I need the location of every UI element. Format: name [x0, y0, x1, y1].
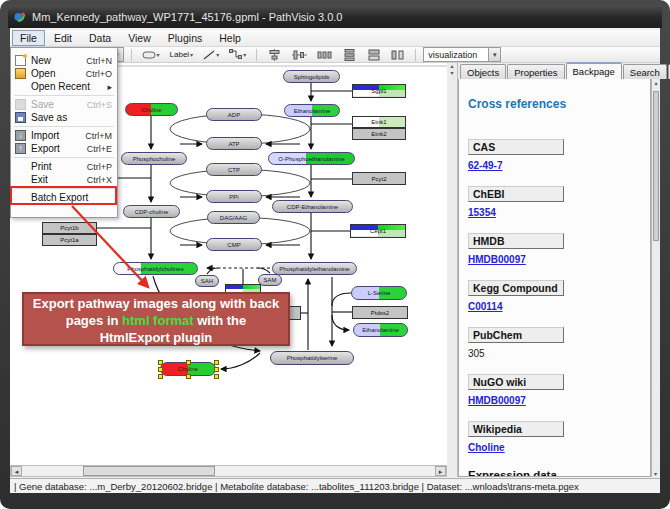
tab-backpage[interactable]: Backpage [566, 62, 622, 79]
pathway-node-pcyt2[interactable]: Pcyt2 [352, 172, 406, 185]
pathway-node-choline[interactable]: Choline [125, 103, 178, 116]
pathway-node-cdp-ethanolamine[interactable]: CDP-Ethanolamine [272, 200, 353, 213]
menu-shortcut: Ctrl+S [81, 100, 112, 110]
canvas-horizontal-scrollbar[interactable]: ◂ ▸ [10, 465, 447, 477]
line-icon [203, 50, 215, 60]
selection-handle[interactable] [214, 360, 219, 365]
canvas-panel-splitter[interactable]: ▴▾ [447, 63, 458, 477]
tab-search[interactable]: Search [623, 64, 667, 79]
pathway-node-etnk1[interactable]: Etnk1 [352, 116, 406, 128]
xref-link[interactable]: HMDB00097 [468, 254, 526, 265]
pathway-node-l-serine[interactable]: L-Serine [351, 286, 407, 300]
distribute-horizontal-button[interactable] [314, 47, 335, 63]
pathway-node-pcyt1b[interactable]: Pcyt1b [42, 222, 97, 234]
scroll-left-arrow[interactable]: ◂ [11, 466, 22, 476]
xref-link[interactable]: C00114 [468, 301, 502, 312]
pathway-node-adp[interactable]: ADP [206, 108, 262, 121]
node-label: Etnk1 [371, 119, 386, 125]
selection-handle[interactable] [158, 360, 163, 365]
menu-data[interactable]: Data [81, 30, 119, 46]
visualization-dropdown-arrow[interactable]: ▾ [488, 48, 500, 61]
pathway-node-phosphatidylethanolamine[interactable]: Phosphatidylethanolamine [272, 262, 357, 275]
menu-file[interactable]: File [12, 30, 45, 46]
new-document-icon [15, 55, 26, 66]
label-tool-button[interactable]: Label ▾ [167, 48, 197, 61]
node-label: Phosphatidylethanolamine [279, 266, 349, 272]
menu-bar: FileEditDataViewPluginsHelp [10, 30, 660, 47]
node-label: Cept1 [370, 228, 386, 234]
xref-title: Wikipedia [468, 421, 564, 437]
file-menu-item-import[interactable]: ImportCtrl+M [11, 129, 117, 142]
connector-tool-button[interactable]: ▾ [226, 47, 249, 62]
status-bar: | Gene database: ...m_Derby_20120602.bri… [10, 478, 660, 493]
align-center-horizontal-icon [292, 49, 307, 61]
pathway-node-sam[interactable]: SAM [258, 274, 282, 286]
line-tool-button[interactable]: ▾ [200, 48, 222, 62]
pathway-node-ptdss2[interactable]: Ptdss2 [352, 306, 408, 319]
pathway-node-ctp[interactable]: CTP [206, 163, 262, 176]
menu-edit[interactable]: Edit [46, 30, 80, 46]
xref-value: 305 [468, 348, 485, 359]
pathway-node-ethanolamine[interactable]: Ethanolamine [284, 104, 340, 117]
xref-link[interactable]: HMDB00097 [468, 395, 526, 406]
pathway-node-ppi[interactable]: PPi [206, 190, 262, 203]
pathway-node-phosphatidylcholines[interactable]: Phosphatidylcholines [113, 262, 198, 275]
file-menu-item-exit[interactable]: ExitCtrl+X [11, 173, 117, 186]
menu-item-label: New [31, 55, 51, 66]
pathway-node-cept1[interactable]: Cept1 [350, 224, 406, 238]
menu-item-label: Open [31, 68, 55, 79]
xref-link[interactable]: 62-49-7 [468, 160, 502, 171]
pathway-node-etnk2[interactable]: Etnk2 [352, 128, 406, 140]
selection-handle[interactable] [214, 367, 219, 372]
dropdown-arrow-icon: ▾ [190, 51, 193, 58]
pathway-node-dag-aag[interactable]: DAG/AAG [207, 211, 260, 224]
common-width-button[interactable] [364, 47, 384, 63]
distribute-vertical-button[interactable] [339, 47, 360, 63]
menu-help[interactable]: Help [211, 30, 249, 46]
menu-plugins[interactable]: Plugins [160, 30, 210, 46]
pathway-node-phosphatidylserine[interactable]: Phosphatidylserine [270, 351, 354, 365]
pathway-node-choline[interactable]: Choline [160, 362, 216, 376]
pathway-node-sphingolipids[interactable]: Sphingolipids [283, 70, 340, 83]
common-height-button[interactable] [388, 47, 408, 63]
file-menu-item-open-recent[interactable]: Open Recent▸ [11, 80, 117, 93]
datanode-tool-button[interactable]: ▾ [139, 48, 163, 62]
pathway-node-atp[interactable]: ATP [206, 137, 262, 150]
xref-title: ChEBI [468, 186, 564, 202]
file-menu-item-new[interactable]: NewCtrl+N [11, 54, 117, 67]
pathway-node-cdp-choline[interactable]: CDP-choline [123, 205, 180, 218]
scroll-right-arrow[interactable]: ▸ [435, 466, 446, 476]
selection-handle[interactable] [158, 367, 163, 372]
pathway-node-o-phosphoethanolamine[interactable]: O-Phosphoethanolamine [268, 152, 355, 165]
file-menu-item-print[interactable]: PrintCtrl+P [11, 160, 117, 173]
visualization-combobox[interactable]: visualization ▾ [423, 47, 501, 62]
pathway-node-pcyt1a[interactable]: Pcyt1a [42, 234, 97, 246]
selection-handle[interactable] [158, 374, 163, 379]
pathway-node-sgpl1[interactable]: Sgpl1 [352, 84, 406, 98]
xref-link[interactable]: 15354 [468, 207, 496, 218]
tab-properties[interactable]: Properties [507, 64, 564, 79]
file-menu-item-export[interactable]: ExportCtrl+E [11, 142, 117, 155]
pathway-node-cmp[interactable]: CMP [206, 238, 262, 251]
align-center-horizontal-button[interactable] [289, 47, 310, 63]
panel-vertical-scrollbar[interactable]: ▴▾ [651, 79, 660, 477]
pathway-node-phosphocholine[interactable]: Phosphocholine [121, 152, 187, 165]
menu-view[interactable]: View [120, 30, 159, 46]
horizontal-scroll-thumb[interactable] [83, 466, 215, 476]
selection-handle[interactable] [186, 374, 191, 379]
node-label: Pcyt2 [371, 176, 386, 182]
tab-objects[interactable]: Objects [460, 64, 506, 79]
menu-separator [14, 126, 114, 127]
file-menu-item-open[interactable]: OpenCtrl+O [11, 67, 117, 80]
scroll-down-arrow[interactable]: ▾ [654, 470, 657, 477]
align-center-vertical-button[interactable] [264, 47, 285, 63]
vertical-scroll-thumb[interactable] [653, 91, 659, 241]
file-menu-item-save[interactable]: SaveCtrl+S [11, 98, 117, 111]
pathway-node-ethanolamine[interactable]: Ethanolamine [353, 323, 408, 337]
selection-handle[interactable] [186, 360, 191, 365]
file-menu-item-save-as[interactable]: Save as [11, 111, 117, 124]
selection-handle[interactable] [214, 374, 219, 379]
pathway-node-sah[interactable]: SAH [195, 275, 219, 287]
batch-export-highlight-box [10, 186, 117, 205]
xref-link[interactable]: Choline [468, 442, 505, 453]
